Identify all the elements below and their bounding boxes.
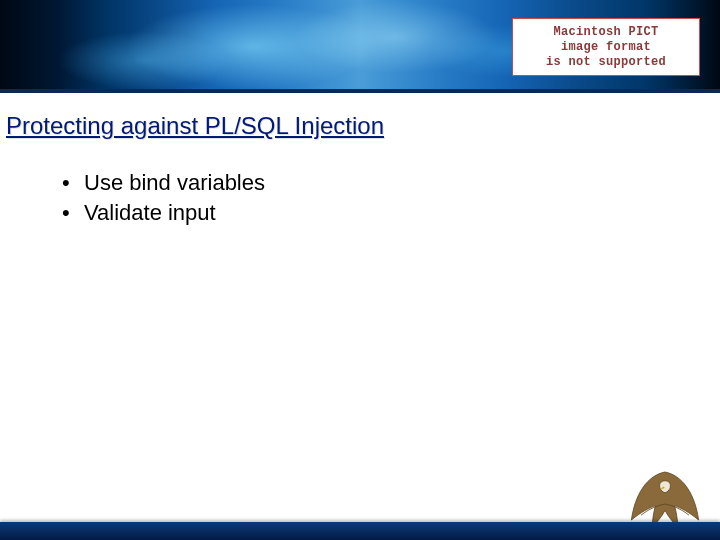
bullet-text: Validate input — [84, 200, 216, 225]
bullet-list: Use bind variables Validate input — [62, 168, 265, 227]
bullet-item: Use bind variables — [62, 168, 265, 198]
footer-banner — [0, 522, 720, 540]
header-banner: Macintosh PICT image format is not suppo… — [0, 0, 720, 93]
header-banner-border — [0, 89, 720, 93]
bullet-text: Use bind variables — [84, 170, 265, 195]
slide-title: Protecting against PL/SQL Injection — [6, 112, 384, 140]
pict-line: image format — [561, 40, 651, 55]
bullet-item: Validate input — [62, 198, 265, 228]
pict-line: is not supported — [546, 55, 666, 70]
pict-line: Macintosh PICT — [553, 25, 658, 40]
pict-placeholder: Macintosh PICT image format is not suppo… — [512, 18, 700, 76]
